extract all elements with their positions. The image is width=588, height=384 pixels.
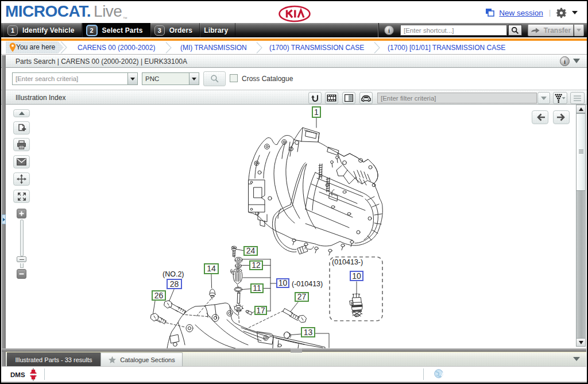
zoom-slider-track[interactable] [20,220,24,256]
app-header: MICROCAT. Live™ New session | [1,1,587,23]
annotation-no2: (NO.2) [163,270,184,278]
car-icon [361,95,371,102]
shortcut-info-icon[interactable]: i [384,25,394,35]
fit-screen-button[interactable] [13,190,30,203]
pan-button[interactable] [13,172,30,186]
callout-10-late[interactable]: 10 [350,271,363,281]
minus-icon [19,271,24,277]
callout-28[interactable]: 28 [167,279,182,289]
transfer-label: Transfer [544,26,571,34]
zoom-out-button[interactable] [17,269,26,279]
u-turn-arrow-icon [311,94,319,102]
trademark-symbol: ™ [122,16,127,21]
scroll-down-button[interactable] [576,338,586,347]
tab-overflow-caret[interactable] [573,357,580,361]
breadcrumb-item-group[interactable]: (1700) TRANSMISSION CASE [269,44,364,52]
cross-catalogue-checkbox[interactable] [230,74,238,82]
settings-dropdown-caret[interactable] [572,11,578,14]
tab-catalogue-sections[interactable]: Catalogue Sections [100,352,183,367]
callout-12[interactable]: 12 [249,260,263,270]
callout-17[interactable]: 17 [254,306,267,315]
you-are-here-chevron [60,41,67,53]
next-illustration-button[interactable] [553,110,570,124]
breadcrumb-item-illustration[interactable]: (1700) [01/01] TRANSMISSION CASE [388,44,505,52]
horizontal-splitter[interactable] [2,348,586,352]
callout-1[interactable]: 1 [312,106,321,118]
envelope-icon [17,158,26,166]
collapse-toolbar-button[interactable] [13,109,30,117]
email-button[interactable] [13,155,30,168]
drawing-plug-13 [284,332,291,338]
breadcrumb-item-vehicle[interactable]: CARENS 00 (2000-2002) [78,44,155,52]
scrollbar-thumb[interactable] [576,113,586,191]
drawing-transmission-assembly [249,128,382,255]
callout-13[interactable]: 13 [301,327,315,337]
plus-icon [19,211,24,216]
new-session-icon [485,8,495,17]
zoom-slider-handle[interactable] [17,256,26,262]
callout-27[interactable]: 27 [295,292,309,302]
printer-icon [17,140,26,149]
transfer-dropdown-button[interactable] [574,24,584,36]
drawing-bottom-case [167,303,325,348]
nav-tab-3-number: 3 [154,25,165,36]
callout-26[interactable]: 26 [152,290,166,301]
parts-search-info-icon[interactable]: i [560,56,570,66]
breadcrumb-item-section[interactable]: (MI) TRANSMISSION [180,44,247,52]
nav-tab-1-number: 1 [7,25,18,36]
nav-tab-orders[interactable]: 3 Orders [150,23,200,37]
nav-tab-2-label: Select Parts [102,26,143,34]
search-type-combobox[interactable]: PNC [142,72,199,85]
transfer-button[interactable]: Transfer [528,24,574,36]
list-view-button[interactable] [570,92,585,104]
search-criteria-dropdown-button[interactable] [127,73,137,85]
kia-logo [278,5,311,22]
shortcut-input[interactable] [400,25,507,36]
tab-illustrated-parts[interactable]: Illustrated Parts - 33 results [7,352,100,367]
tab-illustrated-parts-label: Illustrated Parts - 33 results [16,356,92,363]
shortcut-search-button[interactable] [508,25,522,36]
chevron-right-icon [3,218,5,221]
return-to-index-button[interactable] [308,92,322,104]
parts-search-title: Parts Search | CARENS 00 (2000-2002) | E… [16,57,187,66]
zoom-in-button[interactable] [17,209,26,218]
thumbnail-view-button[interactable] [325,92,338,104]
search-type-dropdown-button[interactable] [189,73,199,85]
callout-14[interactable]: 14 [204,263,219,274]
callout-10[interactable]: 10 [276,278,289,288]
search-criteria-combobox[interactable]: [Enter search criteria] [12,72,138,85]
drawing-bolt-26 [151,313,167,324]
new-sheet-button[interactable] [13,121,30,135]
filter-dropdown-button[interactable] [537,92,550,104]
vehicle-view-button[interactable] [359,92,373,104]
vertical-scrollbar[interactable] [576,105,586,347]
filter-criteria-input[interactable] [377,93,537,103]
parts-search-button[interactable] [203,71,226,86]
callout-11[interactable]: 11 [250,283,264,293]
callout-24[interactable]: 24 [243,246,258,256]
list-lines-icon [573,95,582,102]
new-session-link[interactable]: New session [499,9,543,17]
splitter-grip [291,349,302,352]
left-panel-splitter[interactable] [2,55,6,366]
print-button[interactable] [13,138,30,151]
nav-tab-2-number: 2 [86,25,98,36]
technical-illustration [6,105,576,349]
microcat-live-logo: MICROCAT. Live™ [5,2,127,21]
search-icon [511,26,519,34]
split-view-button[interactable] [342,92,355,104]
zoom-slider-track-lower[interactable] [20,263,24,268]
nav-tab-identify-vehicle[interactable]: 1 Identify Vehicle [3,23,82,37]
collapse-panel-caret[interactable] [573,59,580,63]
scroll-up-button[interactable] [576,105,586,113]
previous-illustration-button[interactable] [532,110,548,124]
tab-catalogue-sections-label: Catalogue Sections [120,356,175,363]
chevron-up-icon [19,112,25,115]
expand-panel-button[interactable] [2,214,6,224]
dms-connection-icon[interactable] [30,368,37,381]
settings-gear-icon[interactable] [556,7,567,18]
illustration-canvas[interactable] [6,105,576,349]
nav-tab-select-parts[interactable]: 2 Select Parts [82,23,150,37]
filter-button[interactable] [553,92,567,104]
nav-tab-library[interactable]: Library [200,23,235,37]
